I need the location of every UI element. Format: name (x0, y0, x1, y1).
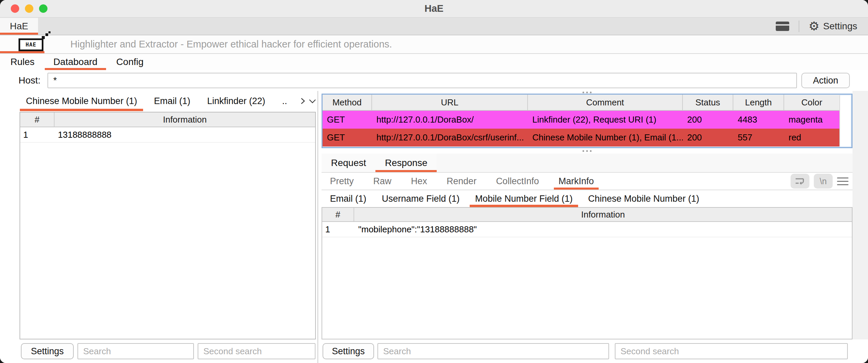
column-header-color[interactable]: Color (784, 95, 839, 110)
toolbar-divider (799, 21, 799, 32)
splitter-handle-bottom[interactable] (321, 148, 852, 154)
tab-render[interactable]: Render (441, 173, 483, 189)
request-response-tab-bar: Request Response (321, 154, 868, 173)
column-header-information[interactable]: Information (354, 208, 852, 221)
column-header-information[interactable]: Information (55, 113, 315, 127)
board-icon[interactable] (776, 22, 789, 31)
cell-num: 1 (322, 224, 354, 235)
table-header-row: # Information (322, 208, 852, 222)
host-input[interactable] (48, 73, 797, 88)
column-header-method[interactable]: Method (322, 95, 372, 110)
hae-logo-icon: HAE (19, 37, 50, 52)
tab-markinfo[interactable]: MarkInfo (553, 173, 600, 189)
left-footer-bar: Settings (0, 339, 317, 363)
traffic-lights (11, 0, 48, 17)
burp-tab-hae[interactable]: HaE (0, 18, 38, 35)
tab-config[interactable]: Config (107, 54, 153, 70)
request-row-magenta[interactable]: GET http://127.0.0.1/DoraBox/ Linkfinder… (322, 111, 839, 129)
extension-header: HAE Highlighter and Extractor - Empower … (0, 35, 868, 54)
host-filter-row: Host: Action (0, 70, 868, 91)
tab-scroll-right-icon[interactable] (298, 91, 308, 111)
tab-mark-chinese-mobile-number[interactable]: Chinese Mobile Number (1) (582, 190, 705, 207)
right-footer-bar: Settings (321, 339, 868, 363)
hae-window: HaE HaE ⚙ Settings HAE Highlighter and E… (0, 0, 868, 363)
request-list-table: Method URL Comment Status Length Color G… (321, 94, 852, 148)
cell-num: 1 (20, 130, 55, 140)
cell-color: red (784, 132, 839, 143)
cell-status: 200 (683, 115, 733, 125)
cell-method: GET (322, 132, 372, 143)
right-settings-button[interactable]: Settings (322, 343, 374, 359)
cell-color: magenta (784, 115, 839, 125)
logo-pen-pixel (49, 31, 51, 33)
vertical-scrollbar[interactable] (839, 95, 851, 147)
action-button[interactable]: Action (801, 73, 850, 88)
tab-collectinfo[interactable]: CollectInfo (490, 173, 545, 189)
column-header-status[interactable]: Status (683, 95, 733, 110)
table-row[interactable]: 1 13188888888 (20, 127, 315, 143)
tab-chinese-mobile-number[interactable]: Chinese Mobile Number (1) (20, 91, 143, 111)
gear-icon: ⚙ (809, 20, 819, 32)
cell-comment: Chinese Mobile Number (1), Email (1... (528, 132, 683, 143)
tab-raw[interactable]: Raw (367, 173, 398, 189)
splitter-handle-top[interactable] (321, 91, 852, 94)
column-header-length[interactable]: Length (733, 95, 784, 110)
window-title: HaE (0, 3, 868, 14)
column-header-url[interactable]: URL (372, 95, 528, 110)
tab-mark-email[interactable]: Email (1) (324, 190, 372, 207)
cell-information: 13188888888 (55, 130, 315, 140)
settings-label: Settings (823, 21, 857, 32)
cell-status: 200 (683, 132, 733, 143)
column-header-num[interactable]: # (20, 113, 55, 127)
column-header-num[interactable]: # (322, 208, 354, 221)
tab-linkfinder[interactable]: Linkfinder (22) (201, 91, 271, 111)
editor-view-bar: Pretty Raw Hex Render CollectInfo MarkIn… (321, 173, 868, 190)
editor-menu-icon[interactable] (837, 178, 848, 185)
tab-mark-username-field[interactable]: Username Field (1) (376, 190, 466, 207)
settings-button[interactable]: ⚙ Settings (809, 20, 857, 32)
cell-comment: Linkfinder (22), Request URI (1) (528, 115, 683, 125)
main-tab-bar: Rules Databoard Config (0, 54, 868, 70)
request-row-red[interactable]: GET http://127.0.0.1/DoraBox/csrf/userin… (322, 129, 839, 147)
cell-method: GET (322, 115, 372, 125)
cell-url: http://127.0.0.1/DoraBox/csrf/userinf... (372, 132, 528, 143)
tab-hex[interactable]: Hex (405, 173, 433, 189)
cell-length: 4483 (733, 115, 784, 125)
markinfo-result-table: # Information 1 "mobilephone":"131888888… (321, 207, 852, 339)
extract-type-tab-bar: Chinese Mobile Number (1) Email (1) Link… (0, 91, 317, 111)
right-search-input[interactable] (377, 343, 609, 359)
window-titlebar: HaE (0, 0, 868, 18)
newline-icon[interactable]: \n (814, 174, 833, 188)
right-gutter (852, 91, 868, 339)
tab-rules[interactable]: Rules (1, 54, 44, 70)
markinfo-tab-bar: Email (1) Username Field (1) Mobile Numb… (321, 190, 868, 207)
extract-result-table: # Information 1 13188888888 (20, 112, 316, 339)
tab-request[interactable]: Request (321, 154, 375, 172)
tab-pretty[interactable]: Pretty (324, 173, 360, 189)
table-row[interactable]: 1 "mobilephone":"13188888888" (322, 222, 852, 237)
column-header-comment[interactable]: Comment (528, 95, 683, 110)
cell-length: 557 (733, 132, 784, 143)
cell-url: http://127.0.0.1/DoraBox/ (372, 115, 528, 125)
right-second-search-input[interactable] (615, 343, 848, 359)
left-search-input[interactable] (78, 343, 194, 359)
host-label: Host: (19, 75, 40, 86)
minimize-window-icon[interactable] (25, 4, 33, 13)
left-settings-button[interactable]: Settings (21, 343, 74, 359)
tab-list-dropdown-icon[interactable] (308, 91, 317, 111)
zoom-window-icon[interactable] (39, 4, 48, 13)
close-window-icon[interactable] (11, 4, 19, 13)
databoard-right-panel: Method URL Comment Status Length Color G… (318, 91, 868, 363)
tab-email[interactable]: Email (1) (148, 91, 196, 111)
tab-mark-mobile-number-field[interactable]: Mobile Number Field (1) (469, 190, 579, 207)
extension-subtitle: Highlighter and Extractor - Empower ethi… (70, 39, 392, 50)
burp-tab-strip: HaE ⚙ Settings (0, 18, 868, 35)
tab-response[interactable]: Response (375, 154, 437, 172)
tab-databoard[interactable]: Databoard (44, 54, 107, 70)
databoard-left-panel: Chinese Mobile Number (1) Email (1) Link… (0, 91, 318, 363)
left-second-search-input[interactable] (198, 343, 315, 359)
tab-overflow-ellipsis[interactable]: .. (276, 91, 293, 111)
word-wrap-icon[interactable] (790, 174, 809, 188)
main-split: Chinese Mobile Number (1) Email (1) Link… (0, 91, 868, 363)
table-header-row: # Information (20, 113, 315, 127)
